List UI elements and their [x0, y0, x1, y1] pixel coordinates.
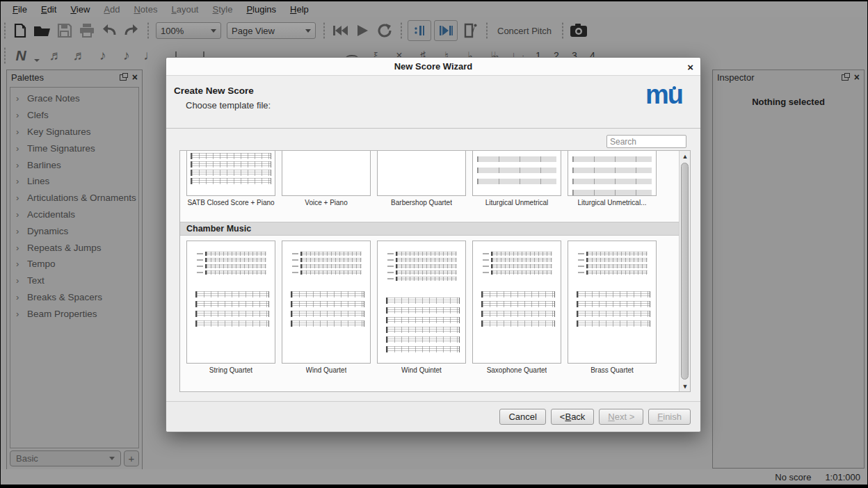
- template-thumbnail[interactable]: [377, 241, 466, 364]
- back-button[interactable]: < Back: [551, 409, 595, 425]
- template-thumbnail[interactable]: [472, 151, 561, 196]
- finish-button[interactable]: Finish: [648, 409, 691, 425]
- template-name: Brass Quartet: [590, 366, 634, 374]
- wizard-subheading: Choose template file:: [186, 100, 271, 111]
- template-name: Wind Quartet: [306, 366, 347, 374]
- new-score-wizard-dialog: New Score Wizard × Create New Score Choo…: [166, 57, 701, 432]
- divider: [166, 128, 700, 129]
- template-thumbnail[interactable]: [568, 151, 657, 196]
- template-card[interactable]: Wind Quartet: [282, 241, 371, 374]
- cancel-button[interactable]: Cancel: [499, 409, 545, 425]
- template-thumbnail[interactable]: [472, 241, 561, 364]
- dialog-close-icon[interactable]: ×: [687, 61, 693, 73]
- musescore-logo: mu: [645, 80, 682, 110]
- template-search-input[interactable]: [606, 135, 686, 148]
- scroll-down-arrow[interactable]: ▼: [680, 381, 691, 391]
- template-name: Barbershop Quartet: [391, 199, 452, 206]
- section-header-chamber-music: Chamber Music: [180, 222, 679, 236]
- wizard-heading: Create New Score: [174, 86, 254, 96]
- template-thumbnail[interactable]: [282, 241, 371, 364]
- template-card[interactable]: Voice + Piano: [282, 151, 371, 206]
- template-name: Saxophone Quartet: [487, 366, 547, 374]
- template-card[interactable]: Liturgical Unmetrical...: [568, 151, 657, 206]
- template-thumbnail[interactable]: [568, 241, 657, 364]
- template-thumbnail[interactable]: [282, 151, 371, 196]
- scrollbar-thumb[interactable]: [681, 163, 689, 380]
- template-name: Liturgical Unmetrical...: [578, 199, 647, 206]
- template-name: Liturgical Unmetrical: [485, 199, 549, 206]
- template-card[interactable]: Brass Quartet: [568, 241, 657, 374]
- template-row-2: String QuartetWind QuartetWind QuintetSa…: [180, 241, 679, 374]
- template-thumbnail[interactable]: [186, 151, 275, 196]
- template-card[interactable]: Liturgical Unmetrical: [472, 151, 561, 206]
- template-card[interactable]: String Quartet: [186, 241, 275, 374]
- dialog-titlebar[interactable]: New Score Wizard ×: [166, 58, 700, 76]
- scroll-up-arrow[interactable]: ▲: [680, 151, 691, 161]
- template-name: Voice + Piano: [305, 199, 347, 206]
- dialog-title: New Score Wizard: [166, 61, 700, 72]
- template-thumbnail[interactable]: [377, 151, 466, 196]
- vertical-scrollbar[interactable]: ▲ ▼: [679, 151, 690, 391]
- dialog-footer: Cancel< BackNext >Finish: [166, 401, 700, 432]
- template-name: SATB Closed Score + Piano: [187, 199, 274, 206]
- template-thumbnail[interactable]: [186, 241, 275, 364]
- template-card[interactable]: Saxophone Quartet: [472, 241, 561, 374]
- next-button[interactable]: Next >: [599, 409, 643, 425]
- template-scroll-area: SATB Closed Score + PianoVoice + PianoBa…: [179, 150, 691, 392]
- template-name: String Quartet: [209, 366, 252, 374]
- template-name: Wind Quintet: [401, 366, 442, 374]
- template-row-1: SATB Closed Score + PianoVoice + PianoBa…: [180, 151, 679, 206]
- template-card[interactable]: Barbershop Quartet: [377, 151, 466, 206]
- template-card[interactable]: SATB Closed Score + Piano: [186, 151, 275, 206]
- template-card[interactable]: Wind Quintet: [377, 241, 466, 374]
